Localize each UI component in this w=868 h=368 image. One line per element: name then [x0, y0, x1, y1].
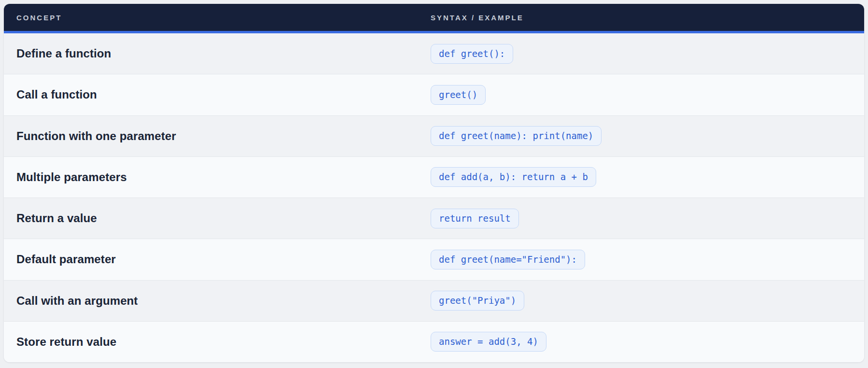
table-row: Call with an argument greet("Priya"): [4, 280, 864, 321]
code-snippet-chip: def greet(name="Friend"):: [431, 250, 585, 269]
table-row: Call a function greet(): [4, 74, 864, 115]
concept-label: Call a function: [4, 88, 418, 101]
table-header-row: CONCEPT SYNTAX / EXAMPLE: [4, 4, 864, 33]
concept-label: Multiple parameters: [4, 170, 418, 184]
concept-label: Define a function: [4, 47, 418, 60]
code-snippet-chip: greet("Priya"): [431, 291, 524, 311]
table-row: Function with one parameter def greet(na…: [4, 115, 864, 156]
table-row: Define a function def greet():: [4, 33, 864, 74]
column-header-syntax-example: SYNTAX / EXAMPLE: [418, 14, 864, 22]
code-cell: def greet():: [418, 44, 864, 64]
code-cell: def greet(name="Friend"):: [418, 250, 864, 269]
concept-label: Store return value: [4, 335, 418, 349]
table-row: Return a value return result: [4, 198, 864, 239]
concept-label: Function with one parameter: [4, 129, 418, 143]
table-row: Multiple parameters def add(a, b): retur…: [4, 156, 864, 198]
code-snippet-chip: def add(a, b): return a + b: [431, 167, 596, 187]
code-cell: return result: [418, 209, 864, 228]
code-cell: answer = add(3, 4): [418, 332, 864, 352]
concept-label: Return a value: [4, 212, 418, 225]
code-snippet-chip: def greet():: [431, 44, 513, 64]
code-cell: greet("Priya"): [418, 291, 864, 311]
code-snippet-chip: greet(): [431, 85, 486, 105]
code-cell: greet(): [418, 85, 864, 105]
table-row: Store return value answer = add(3, 4): [4, 321, 864, 362]
code-snippet-chip: def greet(name): print(name): [431, 126, 602, 146]
code-cell: def add(a, b): return a + b: [418, 167, 864, 187]
concept-label: Call with an argument: [4, 294, 418, 308]
table-row: Default parameter def greet(name="Friend…: [4, 239, 864, 280]
cheatsheet-table: CONCEPT SYNTAX / EXAMPLE Define a functi…: [4, 4, 864, 362]
code-snippet-chip: return result: [431, 209, 519, 228]
code-cell: def greet(name): print(name): [418, 126, 864, 146]
column-header-concept: CONCEPT: [4, 14, 418, 22]
code-snippet-chip: answer = add(3, 4): [431, 332, 546, 352]
concept-label: Default parameter: [4, 253, 418, 266]
